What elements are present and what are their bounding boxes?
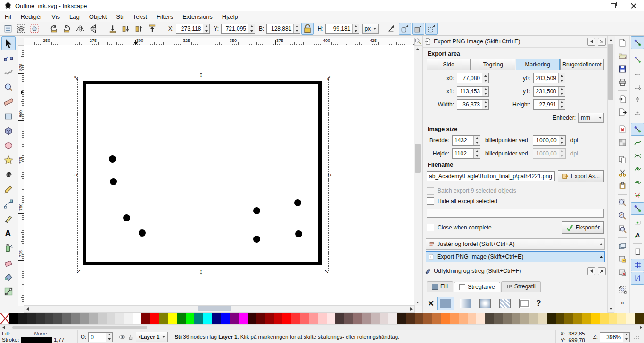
palette-swatch[interactable] (564, 313, 573, 324)
palette-swatch[interactable] (194, 313, 203, 324)
transform-patterns-toggle[interactable] (425, 23, 438, 35)
palette-swatch[interactable] (89, 313, 98, 324)
transform-corners-toggle[interactable] (399, 23, 411, 35)
y1-field[interactable]: 231,500 (533, 86, 565, 97)
tool-calligraphy[interactable] (1, 212, 16, 226)
palette-swatch[interactable] (27, 313, 36, 324)
palette-swatch[interactable] (256, 313, 265, 324)
unit-dropdown[interactable]: px (362, 24, 379, 34)
fill-indicator-value[interactable]: None (34, 331, 47, 337)
palette-swatch[interactable] (353, 313, 362, 324)
export-as-button[interactable]: Export As... (558, 170, 604, 182)
palette-swatch[interactable] (248, 313, 256, 324)
snap-object-center-icon[interactable] (631, 215, 644, 228)
palette-swatch[interactable] (80, 313, 89, 324)
snap-text-baseline-icon[interactable]: A (631, 229, 644, 241)
raise-to-top-icon[interactable] (146, 23, 158, 35)
zoom-selection-icon[interactable] (616, 196, 629, 209)
document-cleanup-icon[interactable] (616, 123, 629, 136)
flip-vertical-icon[interactable] (87, 23, 99, 35)
palette-swatch[interactable] (371, 313, 380, 324)
snap-midpoint-icon[interactable] (631, 189, 644, 202)
snap-smooth-node-icon[interactable] (631, 176, 644, 188)
palette-swatch[interactable] (53, 313, 62, 324)
palette-swatch[interactable] (423, 313, 432, 324)
menu-item-redigr[interactable]: Redigér (16, 12, 47, 21)
palette-swatch[interactable] (609, 313, 618, 324)
palette-swatch[interactable] (230, 313, 239, 324)
palette-swatch-none[interactable] (0, 313, 9, 324)
tool-spiral[interactable] (1, 168, 16, 182)
palette-swatch[interactable] (512, 313, 520, 324)
palette-swatch[interactable] (168, 313, 177, 324)
palette-swatch[interactable] (107, 313, 116, 324)
layer-visibility-icon[interactable] (119, 334, 126, 341)
palette-swatch[interactable] (520, 313, 529, 324)
zoom-drawing-icon[interactable] (616, 210, 629, 222)
palette-swatch[interactable] (212, 313, 221, 324)
layer-lock-icon[interactable] (128, 334, 134, 340)
palette-swatch[interactable] (485, 313, 494, 324)
filename-input[interactable]: ab_Academy\Eagle\Button_final_p\path4221… (427, 171, 555, 181)
snap-bbox-edge-icon[interactable] (631, 66, 644, 79)
quick-zoom-icon[interactable] (414, 37, 421, 45)
x1-field[interactable]: 113,453 (457, 86, 489, 97)
snap-path-icon[interactable] (631, 136, 644, 149)
vertical-scrollbar-thumb[interactable] (415, 144, 421, 173)
save-document-icon[interactable] (616, 63, 629, 75)
radial-gradient-button[interactable] (477, 297, 494, 310)
dock-scrollbar-thumb[interactable] (608, 44, 613, 100)
duplicate-icon[interactable] (616, 240, 629, 253)
rotate-ccw-icon[interactable] (48, 23, 60, 35)
dpi-width-field[interactable]: 1000,00 (533, 135, 566, 146)
select-all-layers-icon[interactable] (15, 23, 27, 35)
snap-cusp-node-icon[interactable] (631, 163, 644, 175)
tool-spray[interactable] (1, 241, 16, 255)
print-icon[interactable] (616, 76, 629, 89)
swatch-button[interactable] (516, 297, 533, 310)
restore-button[interactable] (603, 0, 623, 11)
tool-star[interactable] (1, 153, 16, 167)
unknown-paint-button[interactable]: ? (536, 299, 541, 308)
export-area-selection-button[interactable]: Markering (516, 59, 560, 70)
more-icon[interactable]: » (616, 296, 629, 309)
align-distribute-row[interactable]: Justér og fordel (Skift+Ctrl+A) (426, 238, 605, 250)
scale-handle[interactable]: ↔ (326, 170, 333, 178)
snap-page-border-icon[interactable] (631, 245, 644, 258)
hide-except-checkbox[interactable] (427, 197, 434, 205)
path-dot[interactable] (253, 236, 260, 243)
path-dot[interactable] (110, 178, 117, 185)
lower-to-bottom-icon[interactable] (107, 23, 119, 35)
export-area-custom-button[interactable]: Brugerdefineret (560, 59, 604, 70)
rotate-cw-icon[interactable] (61, 23, 73, 35)
y0-field[interactable]: 203,509 (533, 73, 565, 83)
tool-node-editor[interactable] (1, 51, 16, 65)
area-width-field[interactable]: 36,373 (457, 99, 489, 110)
cut-icon[interactable] (616, 166, 629, 179)
path-dot[interactable] (109, 155, 116, 163)
import-icon[interactable] (616, 93, 629, 106)
tool-ellipse[interactable] (1, 139, 16, 153)
checkerboard-icon[interactable] (616, 136, 629, 149)
tab-fill[interactable]: Fill (427, 281, 453, 292)
palette-swatch[interactable] (476, 313, 485, 324)
snap-intersection-icon[interactable] (631, 149, 644, 162)
palette-swatch[interactable] (617, 313, 626, 324)
palette-swatch[interactable] (309, 313, 318, 324)
menu-item-lag[interactable]: Lag (65, 12, 84, 21)
vertical-scrollbar[interactable] (414, 45, 422, 306)
lock-ratio-icon[interactable] (301, 23, 314, 35)
path-dot[interactable] (295, 230, 302, 237)
palette-swatch[interactable] (459, 313, 468, 324)
dock-close-button[interactable] (598, 38, 606, 46)
palette-swatch[interactable] (124, 313, 133, 324)
select-all-icon[interactable] (2, 23, 14, 35)
palette-swatch[interactable] (274, 313, 283, 324)
menu-item-filters[interactable]: Filters (152, 12, 178, 21)
palette-swatch[interactable] (203, 313, 212, 324)
palette-swatch[interactable] (318, 313, 327, 324)
export-area-page-button[interactable]: Side (427, 59, 471, 70)
palette-swatch[interactable] (380, 313, 388, 324)
palette-swatch[interactable] (291, 313, 300, 324)
horizontal-scrollbar[interactable] (24, 305, 415, 313)
